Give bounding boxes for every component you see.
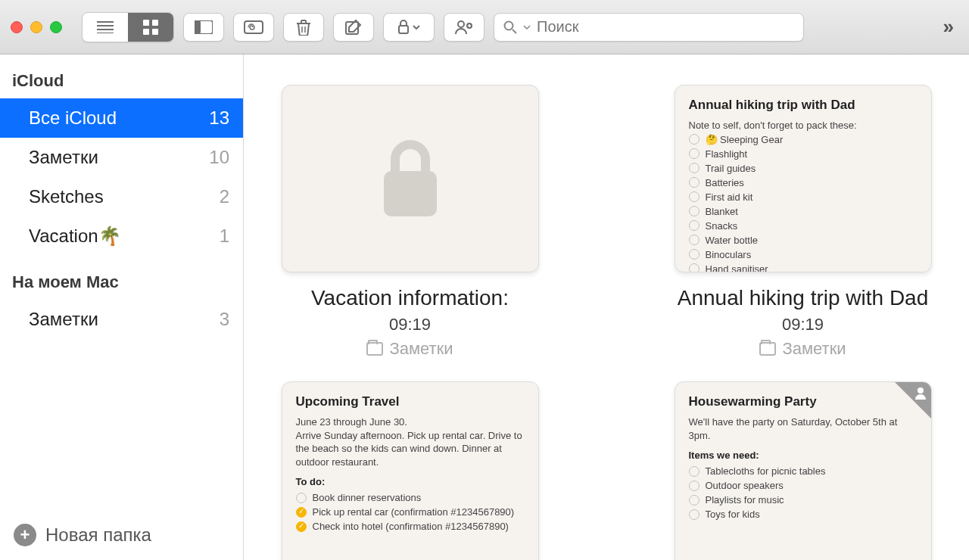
notes-grid: Vacation information: 09:19 Заметки Annu… bbox=[244, 54, 969, 560]
svg-rect-4 bbox=[143, 20, 149, 26]
checklist-item: 🤔 Sleeping Gear bbox=[689, 132, 918, 147]
check-empty-icon bbox=[689, 148, 699, 159]
checklist-item: Pick up rental car (confirmation #123456… bbox=[296, 505, 525, 519]
attach-button[interactable] bbox=[233, 13, 274, 42]
check-empty-icon bbox=[689, 495, 699, 506]
lock-menu-button[interactable] bbox=[383, 13, 435, 42]
note-card-intro: June 23 through June 30. Arrive Sunday a… bbox=[296, 415, 525, 468]
toolbar: » bbox=[0, 0, 969, 54]
check-empty-icon bbox=[689, 177, 699, 188]
folder-icon bbox=[366, 342, 383, 356]
checklist-item: Snacks bbox=[689, 219, 918, 233]
svg-point-15 bbox=[458, 21, 464, 27]
checklist-item-label: First aid kit bbox=[706, 191, 753, 203]
note-folder: Заметки bbox=[678, 339, 929, 359]
person-icon bbox=[913, 385, 928, 400]
sidebar-folder-count: 2 bbox=[220, 186, 229, 207]
checklist-item-label: Check into hotel (confirmation #12345678… bbox=[313, 521, 509, 532]
note-cell[interactable]: Housewarming Party We'll have the party … bbox=[667, 381, 939, 560]
sidebar-folder-label: Заметки bbox=[29, 147, 98, 168]
search-icon bbox=[503, 20, 517, 34]
sidebar-folder-all-icloud[interactable]: Все iCloud 13 bbox=[0, 98, 243, 138]
svg-rect-6 bbox=[143, 29, 149, 35]
note-card: Upcoming Travel June 23 through June 30.… bbox=[282, 381, 539, 560]
minimize-window-button[interactable] bbox=[30, 21, 42, 33]
sidebar-folder-label: Заметки bbox=[29, 309, 98, 330]
compose-button[interactable] bbox=[333, 13, 374, 42]
svg-rect-9 bbox=[195, 20, 201, 34]
checklist-item: Book dinner reservations bbox=[296, 490, 525, 505]
checklist-item-label: Book dinner reservations bbox=[313, 492, 422, 503]
delete-button[interactable] bbox=[283, 13, 324, 42]
sidebar-folder-sketches[interactable]: Sketches 2 bbox=[0, 177, 243, 216]
checklist-item: Binoculars bbox=[689, 247, 918, 262]
checklist-item-label: Water bottle bbox=[706, 235, 759, 246]
checklist-item-label: Hand sanitiser bbox=[706, 263, 768, 272]
sidebar-section-header: iCloud bbox=[0, 54, 243, 98]
checklist-item-label: Batteries bbox=[706, 177, 744, 188]
grid-view-button[interactable] bbox=[128, 13, 173, 42]
check-empty-icon bbox=[689, 206, 699, 216]
note-card-locked bbox=[282, 85, 539, 272]
close-window-button[interactable] bbox=[11, 21, 23, 33]
checklist-item: Check into hotel (confirmation #12345678… bbox=[296, 519, 525, 534]
fullscreen-window-button[interactable] bbox=[50, 21, 62, 33]
sidebar-folder-count: 3 bbox=[220, 309, 229, 330]
checklist-item: Tablecloths for picnic tables bbox=[689, 464, 918, 478]
chevron-down-icon bbox=[413, 25, 420, 30]
note-title: Annual hiking trip with Dad bbox=[678, 286, 929, 310]
sidebar-section-header: На моем Mac bbox=[0, 256, 243, 300]
sidebar-folder-label: Sketches bbox=[29, 186, 104, 207]
list-view-button[interactable] bbox=[83, 13, 128, 42]
search-field[interactable] bbox=[494, 13, 804, 42]
checklist-item: Outdoor speakers bbox=[689, 478, 918, 493]
check-empty-icon bbox=[689, 191, 699, 202]
check-empty-icon bbox=[296, 493, 307, 503]
svg-point-19 bbox=[505, 21, 513, 30]
lock-icon bbox=[376, 137, 444, 220]
svg-rect-1 bbox=[97, 25, 114, 26]
window-controls bbox=[11, 21, 62, 33]
note-cell[interactable]: Vacation information: 09:19 Заметки bbox=[274, 85, 546, 359]
checklist-item: Playlists for music bbox=[689, 493, 918, 507]
toolbar-overflow-button[interactable]: » bbox=[939, 15, 958, 39]
note-checklist: Tablecloths for picnic tablesOutdoor spe… bbox=[689, 464, 918, 521]
note-cell[interactable]: Upcoming Travel June 23 through June 30.… bbox=[274, 381, 546, 560]
check-empty-icon bbox=[689, 466, 699, 477]
checklist-item: Batteries bbox=[689, 176, 918, 190]
checklist-item: First aid kit bbox=[689, 190, 918, 204]
search-input[interactable] bbox=[537, 18, 794, 36]
note-card-intro: Note to self, don't forget to pack these… bbox=[689, 119, 918, 132]
svg-rect-10 bbox=[245, 21, 263, 33]
sidebar-folder-count: 10 bbox=[209, 147, 229, 168]
checklist-item: Flashlight bbox=[689, 147, 918, 161]
svg-rect-3 bbox=[97, 33, 114, 33]
check-empty-icon bbox=[689, 134, 699, 145]
note-folder: Заметки bbox=[311, 339, 509, 359]
check-done-icon bbox=[296, 507, 307, 518]
checklist-item-label: Toys for kids bbox=[706, 509, 760, 520]
toggle-sidebar-button[interactable] bbox=[183, 13, 224, 42]
note-checklist: Book dinner reservationsPick up rental c… bbox=[296, 490, 525, 534]
new-folder-button[interactable]: + Новая папка bbox=[0, 510, 243, 560]
sidebar-folder-notes[interactable]: Заметки 10 bbox=[0, 138, 243, 177]
note-card-title: Upcoming Travel bbox=[296, 394, 525, 409]
note-cell[interactable]: Annual hiking trip with Dad Note to self… bbox=[667, 85, 939, 359]
svg-rect-2 bbox=[97, 29, 114, 30]
shared-indicator bbox=[895, 382, 931, 418]
sidebar-folder-vacation[interactable]: Vacation🌴 1 bbox=[0, 216, 243, 256]
checklist-item-label: Pick up rental car (confirmation #123456… bbox=[313, 506, 515, 518]
sidebar-folder-local-notes[interactable]: Заметки 3 bbox=[0, 300, 243, 339]
check-empty-icon bbox=[689, 481, 699, 491]
checklist-item-label: Blanket bbox=[706, 206, 738, 217]
check-empty-icon bbox=[689, 235, 699, 245]
checklist-item-label: Trail guides bbox=[706, 163, 756, 174]
plus-icon: + bbox=[14, 524, 36, 546]
svg-rect-7 bbox=[152, 29, 158, 35]
share-button[interactable] bbox=[444, 13, 484, 42]
svg-line-20 bbox=[513, 30, 516, 33]
svg-rect-14 bbox=[399, 26, 408, 33]
checklist-item-label: Binoculars bbox=[706, 249, 752, 260]
check-empty-icon bbox=[689, 163, 699, 173]
sidebar-folder-count: 13 bbox=[209, 107, 229, 129]
